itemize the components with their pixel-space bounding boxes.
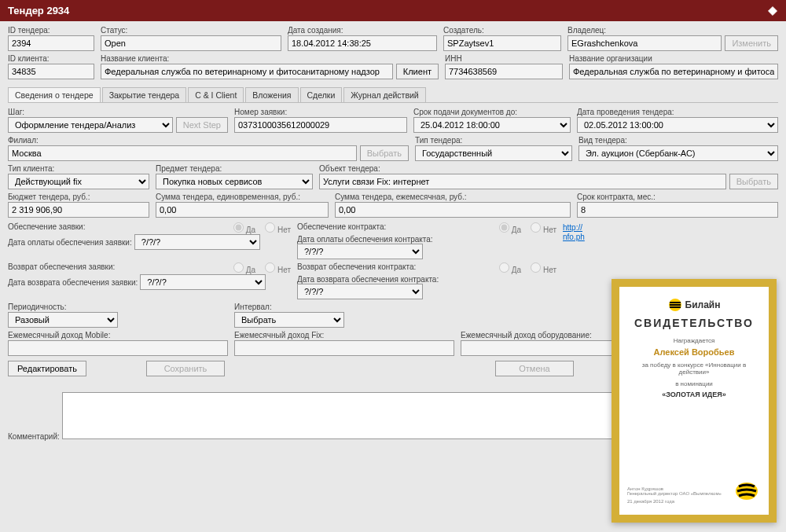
inn-label: ИНН — [445, 54, 563, 63]
status-label: Статус: — [101, 26, 281, 35]
app-num-field — [234, 117, 407, 133]
cert-in-nom: в номинации — [627, 380, 761, 387]
client-button[interactable]: Клиент — [396, 64, 439, 79]
created-field — [288, 35, 437, 51]
cert-date: 21 декабря 2012 года — [627, 499, 722, 504]
save-button[interactable]: Сохранить — [146, 361, 225, 376]
cert-nomination: «ЗОЛОТАЯ ИДЕЯ» — [627, 391, 761, 398]
ret-app-radio[interactable]: Да Нет — [233, 262, 291, 274]
cert-brand: Билайн — [685, 299, 721, 310]
rev-mobile-field — [8, 340, 228, 356]
tender-kind-label: Вид тендера: — [578, 136, 778, 145]
ret-contract-yes[interactable] — [499, 262, 509, 273]
tender-date-select[interactable]: 02.05.2012 13:00:00 — [577, 117, 778, 133]
beeline-logo-icon — [668, 298, 682, 312]
edit-button[interactable]: Редактировать — [8, 361, 86, 376]
sec-app-radio[interactable]: Да Нет — [233, 222, 291, 234]
interval-label: Интервал: — [234, 303, 454, 311]
comment-textarea[interactable] — [62, 392, 628, 439]
next-step-button[interactable]: Next Step — [176, 117, 228, 133]
tender-kind-select[interactable]: Эл. аукцион (Сбербанк-АС) — [578, 145, 778, 161]
window-titlebar: Тендер 2934 — [0, 0, 786, 21]
ret-app-date-select[interactable]: ?/?/? — [140, 274, 266, 290]
periodicity-label: Периодичность: — [8, 303, 228, 311]
status-field — [101, 35, 281, 51]
bee-icon — [729, 472, 761, 504]
cert-name: Алексей Воробьев — [627, 347, 761, 357]
ret-contract-no[interactable] — [531, 262, 541, 273]
external-link[interactable]: http://nfo.ph — [563, 223, 585, 241]
ret-contract-date-select[interactable]: ?/?/? — [297, 284, 423, 299]
creator-label: Создатель: — [443, 26, 561, 35]
contract-term-field — [577, 202, 778, 218]
tab-info[interactable]: Сведения о тендере — [8, 87, 101, 102]
org-name-label: Название организации — [569, 54, 778, 63]
tender-type-select[interactable]: Государственный — [415, 145, 572, 161]
contract-term-label: Срок контракта, мес.: — [577, 193, 778, 201]
certificate-card: Билайн СВИДЕТЕЛЬСТВО Награждается Алексе… — [612, 279, 777, 523]
ret-app-date-label: Дата возврата обеспечения заявки: — [8, 278, 138, 287]
object-select-button[interactable]: Выбрать — [729, 174, 778, 189]
owner-change-button[interactable]: Изменить — [725, 35, 778, 51]
sec-contract-date-select[interactable]: ?/?/? — [297, 244, 423, 259]
doc-deadline-select[interactable]: 25.04.2012 18:00:00 — [413, 117, 571, 133]
ret-contract-label: Возврат обеспечения контракта: — [297, 262, 416, 273]
org-name-field — [569, 64, 778, 79]
tab-ci-client[interactable]: C & I Client — [188, 87, 244, 102]
cert-signer: Антон Кудряшов Генеральный директор ОАО … — [627, 486, 722, 496]
step-label: Шаг: — [8, 108, 228, 116]
sum-monthly-field — [335, 202, 571, 218]
sec-app-date-select[interactable]: ?/?/? — [134, 234, 260, 250]
tab-bar: Сведения о тендере Закрытие тендера C & … — [8, 87, 778, 103]
object-field — [319, 174, 726, 189]
cancel-button[interactable]: Отмена — [495, 361, 574, 376]
cert-title: СВИДЕТЕЛЬСТВО — [627, 317, 761, 329]
step-select[interactable]: Оформление тендера/Анализ — [8, 117, 173, 133]
branch-label: Филиал: — [8, 136, 409, 145]
tab-log[interactable]: Журнал действий — [343, 87, 425, 102]
ret-app-no[interactable] — [265, 262, 275, 273]
rev-fix-label: Ежемесячный доход Fix: — [234, 331, 454, 339]
id-client-label: ID клиента: — [8, 54, 94, 63]
budget-label: Бюджет тендера, руб.: — [8, 193, 149, 201]
sum-monthly-label: Сумма тендера, ежемесячная, руб.: — [335, 193, 571, 201]
owner-field — [567, 35, 722, 51]
sec-app-yes[interactable] — [233, 222, 244, 233]
ret-contract-radio[interactable]: Да Нет — [499, 262, 556, 274]
client-name-label: Название клиента: — [101, 54, 439, 63]
window-title: Тендер 2934 — [8, 5, 69, 17]
sec-contract-no[interactable] — [531, 222, 541, 233]
subject-select[interactable]: Покупка новых сервисов — [156, 174, 313, 189]
comment-label: Комментарий: — [8, 432, 60, 441]
subject-label: Предмет тендера: — [156, 164, 313, 173]
sec-contract-label: Обеспечение контракта: — [297, 222, 386, 233]
tab-deals[interactable]: Сделки — [300, 87, 343, 102]
sec-contract-yes[interactable] — [499, 222, 509, 233]
interval-select[interactable]: Выбрать — [234, 312, 344, 328]
created-label: Дата создания: — [288, 26, 437, 35]
sec-contract-date-label: Дата оплаты обеспечения контракта: — [297, 235, 433, 244]
creator-field — [443, 35, 561, 51]
branch-select-button[interactable]: Выбрать — [360, 145, 409, 161]
tab-attachments[interactable]: Вложения — [245, 87, 298, 102]
id-tender-field — [8, 35, 94, 51]
owner-label: Владелец: — [567, 26, 778, 35]
sec-app-no[interactable] — [265, 222, 275, 233]
sum-once-field — [156, 202, 329, 218]
app-num-label: Номер заявки: — [234, 108, 407, 116]
app-icon — [767, 6, 778, 17]
sum-once-label: Сумма тендера, единовременная, руб.: — [156, 193, 329, 201]
client-type-select[interactable]: Действующий fix — [8, 174, 149, 189]
sec-contract-radio[interactable]: Да Нет — [499, 222, 556, 234]
cert-for: за победу в конкурсе «Инновации в действ… — [627, 361, 761, 376]
sec-app-date-label: Дата оплаты обеспечения заявки: — [8, 238, 132, 247]
periodicity-select[interactable]: Разовый — [8, 312, 118, 328]
tender-date-label: Дата проведения тендера: — [577, 108, 778, 116]
rev-fix-field — [234, 340, 454, 356]
rev-mobile-label: Ежемесячный доход Mobile: — [8, 331, 228, 339]
ret-app-yes[interactable] — [233, 262, 244, 273]
id-client-field — [8, 64, 94, 79]
id-tender-label: ID тендера: — [8, 26, 94, 35]
tab-closing[interactable]: Закрытие тендера — [102, 87, 187, 102]
inn-field — [445, 64, 563, 79]
